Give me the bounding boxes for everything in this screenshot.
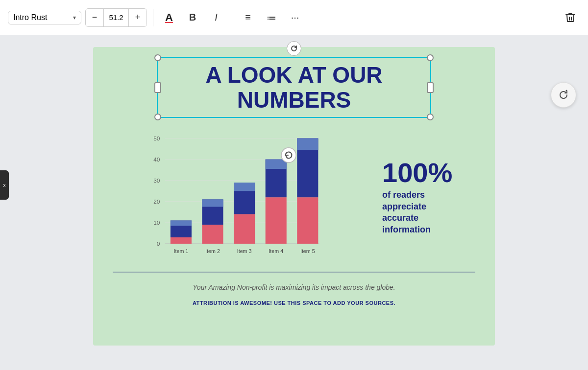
svg-text:Item 2: Item 2 <box>205 248 220 254</box>
svg-text:30: 30 <box>153 177 160 184</box>
svg-text:Item 3: Item 3 <box>237 248 252 254</box>
title-selection-box[interactable]: A LOOK AT OUR NUMBERS <box>157 57 431 118</box>
bold-button[interactable]: B <box>183 8 202 27</box>
increase-size-button[interactable]: + <box>129 9 147 26</box>
stat-text: of readers appreciate accurate informati… <box>382 189 475 235</box>
handle-bottom-left[interactable] <box>154 114 161 120</box>
toolbar: Intro Rust ▾ − 51.2 + A B I ≡ ≔ ··· <box>0 0 588 35</box>
stat-line3: accurate <box>382 212 475 224</box>
stat-line1: of readers <box>382 189 475 201</box>
chart-section: 0 10 20 30 40 50 Item 1 <box>113 128 475 267</box>
bar-item2-blue-light <box>202 200 223 207</box>
align-button[interactable]: ≡ <box>238 8 258 27</box>
toolbar-divider-2 <box>232 9 232 26</box>
svg-text:Item 5: Item 5 <box>300 248 315 254</box>
toolbar-divider-1 <box>153 9 153 26</box>
bottom-tagline: Your Amazing Non-profit is maximizing it… <box>193 283 395 291</box>
close-icon: x <box>3 183 6 188</box>
canvas-area: A LOOK AT OUR NUMBERS 0 10 <box>0 35 588 370</box>
more-options-button[interactable]: ··· <box>285 8 305 27</box>
decrease-size-button[interactable]: − <box>86 9 103 26</box>
stat-box: 100% of readers appreciate accurate info… <box>377 128 475 267</box>
title-line1: A LOOK AT OUR <box>168 63 420 88</box>
svg-text:10: 10 <box>153 219 160 226</box>
handle-bottom-right[interactable] <box>427 114 434 120</box>
bar-item3-blue-light <box>234 183 255 191</box>
handle-top-right[interactable] <box>427 54 434 61</box>
svg-text:0: 0 <box>157 240 160 247</box>
font-name-label: Intro Rust <box>13 13 69 22</box>
bar-item1-pink <box>171 237 192 244</box>
svg-text:40: 40 <box>153 156 160 163</box>
handle-mid-right[interactable] <box>427 82 434 93</box>
bar-item5-pink <box>297 197 318 244</box>
list-button[interactable]: ≔ <box>262 8 281 27</box>
rotate-handle[interactable] <box>287 41 301 56</box>
svg-text:20: 20 <box>153 198 160 205</box>
svg-text:50: 50 <box>153 135 160 142</box>
stat-line2: appreciate <box>382 201 475 212</box>
infographic-card: A LOOK AT OUR NUMBERS 0 10 <box>93 47 495 346</box>
ai-assist-button[interactable] <box>551 82 576 108</box>
stat-line4: information <box>382 224 475 235</box>
underline-button[interactable]: A <box>159 8 179 27</box>
italic-button[interactable]: I <box>206 8 226 27</box>
font-selector[interactable]: Intro Rust ▾ <box>8 11 81 24</box>
infographic-title: A LOOK AT OUR NUMBERS <box>168 63 420 112</box>
bar-chart: 0 10 20 30 40 50 Item 1 <box>113 128 368 265</box>
left-panel-handle[interactable]: x <box>0 170 9 200</box>
svg-text:Item 4: Item 4 <box>269 248 283 254</box>
bar-item1-blue-light <box>171 221 192 226</box>
delete-button[interactable] <box>561 8 580 27</box>
font-size-value[interactable]: 51.2 <box>103 9 129 26</box>
bar-item4-pink <box>266 197 287 244</box>
svg-point-0 <box>566 90 567 92</box>
chart-rotate-indicator[interactable] <box>281 148 296 162</box>
bottom-divider <box>113 272 475 273</box>
bar-item5-blue-light <box>297 139 318 150</box>
handle-mid-left[interactable] <box>154 82 161 93</box>
chevron-down-icon: ▾ <box>73 14 76 21</box>
stat-number: 100% <box>382 159 475 186</box>
bar-item2-pink <box>202 225 223 244</box>
title-line2: NUMBERS <box>168 88 420 113</box>
bar-item3-pink <box>234 214 255 244</box>
handle-top-left[interactable] <box>154 54 161 61</box>
font-size-control: − 51.2 + <box>85 8 147 27</box>
svg-text:Item 1: Item 1 <box>173 248 188 254</box>
attribution-text: ATTRIBUTION IS AWESOME! USE THIS SPACE T… <box>193 300 395 306</box>
bar-chart-wrapper: 0 10 20 30 40 50 Item 1 <box>113 128 368 267</box>
